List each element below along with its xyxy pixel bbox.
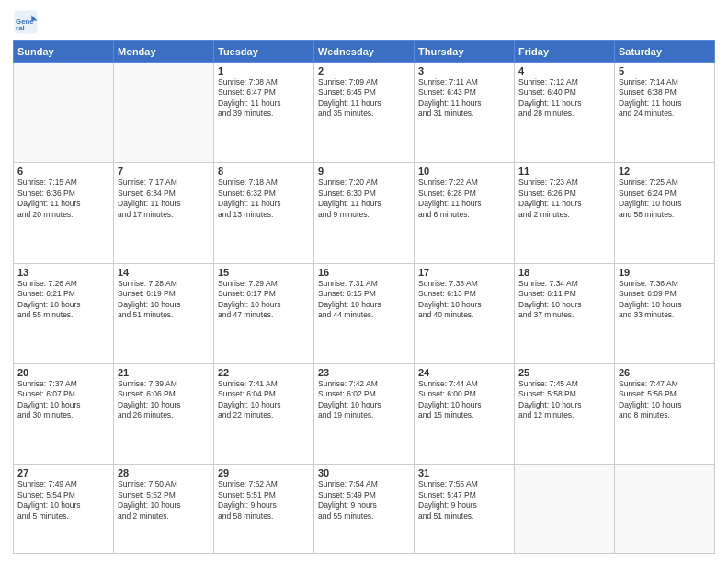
weekday-header: Wednesday (314, 41, 415, 63)
day-number: 22 (218, 367, 310, 378)
day-number: 30 (318, 467, 410, 478)
day-number: 9 (318, 166, 410, 177)
calendar-cell (14, 63, 114, 163)
calendar-cell: 11Sunrise: 7:23 AM Sunset: 6:26 PM Dayli… (515, 163, 615, 263)
day-info: Sunrise: 7:50 AM Sunset: 5:52 PM Dayligh… (118, 479, 210, 522)
weekday-header: Saturday (615, 41, 715, 63)
svg-text:ral: ral (16, 24, 25, 32)
day-info: Sunrise: 7:26 AM Sunset: 6:21 PM Dayligh… (17, 279, 109, 321)
calendar-cell: 6Sunrise: 7:15 AM Sunset: 6:36 PM Daylig… (14, 163, 114, 263)
day-info: Sunrise: 7:23 AM Sunset: 6:26 PM Dayligh… (518, 178, 610, 220)
calendar-cell: 16Sunrise: 7:31 AM Sunset: 6:15 PM Dayli… (314, 263, 415, 363)
calendar-cell: 12Sunrise: 7:25 AM Sunset: 6:24 PM Dayli… (615, 163, 715, 263)
day-info: Sunrise: 7:20 AM Sunset: 6:30 PM Dayligh… (318, 178, 410, 220)
day-number: 21 (118, 367, 210, 378)
calendar-cell: 14Sunrise: 7:28 AM Sunset: 6:19 PM Dayli… (114, 263, 214, 363)
day-info: Sunrise: 7:52 AM Sunset: 5:51 PM Dayligh… (218, 479, 310, 522)
calendar-cell (114, 63, 214, 163)
page: Gene ral SundayMondayTuesdayWednesdayThu… (0, 0, 728, 563)
calendar-cell: 10Sunrise: 7:22 AM Sunset: 6:28 PM Dayli… (415, 163, 515, 263)
day-number: 24 (418, 367, 510, 378)
day-info: Sunrise: 7:15 AM Sunset: 6:36 PM Dayligh… (17, 178, 109, 220)
day-info: Sunrise: 7:37 AM Sunset: 6:07 PM Dayligh… (17, 379, 109, 421)
calendar-cell: 28Sunrise: 7:50 AM Sunset: 5:52 PM Dayli… (114, 465, 214, 554)
calendar-cell: 25Sunrise: 7:45 AM Sunset: 5:58 PM Dayli… (515, 363, 615, 464)
calendar-cell: 15Sunrise: 7:29 AM Sunset: 6:17 PM Dayli… (214, 263, 314, 363)
day-info: Sunrise: 7:41 AM Sunset: 6:04 PM Dayligh… (218, 379, 310, 421)
day-number: 28 (118, 467, 210, 478)
calendar-cell: 3Sunrise: 7:11 AM Sunset: 6:43 PM Daylig… (415, 63, 515, 163)
weekday-header: Thursday (415, 41, 515, 63)
calendar-cell: 21Sunrise: 7:39 AM Sunset: 6:06 PM Dayli… (114, 363, 214, 464)
day-number: 3 (418, 65, 510, 76)
day-number: 15 (218, 267, 310, 278)
calendar-cell (615, 465, 715, 554)
day-number: 19 (619, 267, 711, 278)
day-number: 10 (418, 166, 510, 177)
day-info: Sunrise: 7:42 AM Sunset: 6:02 PM Dayligh… (318, 379, 410, 421)
day-number: 17 (418, 267, 510, 278)
day-info: Sunrise: 7:28 AM Sunset: 6:19 PM Dayligh… (118, 279, 210, 321)
calendar-cell: 2Sunrise: 7:09 AM Sunset: 6:45 PM Daylig… (314, 63, 415, 163)
day-info: Sunrise: 7:18 AM Sunset: 6:32 PM Dayligh… (218, 178, 310, 220)
day-number: 11 (518, 166, 610, 177)
day-info: Sunrise: 7:44 AM Sunset: 6:00 PM Dayligh… (418, 379, 510, 421)
calendar-cell: 19Sunrise: 7:36 AM Sunset: 6:09 PM Dayli… (615, 263, 715, 363)
calendar-cell: 5Sunrise: 7:14 AM Sunset: 6:38 PM Daylig… (615, 63, 715, 163)
day-info: Sunrise: 7:31 AM Sunset: 6:15 PM Dayligh… (318, 279, 410, 321)
day-number: 16 (318, 267, 410, 278)
calendar-cell: 13Sunrise: 7:26 AM Sunset: 6:21 PM Dayli… (14, 263, 114, 363)
calendar-cell: 20Sunrise: 7:37 AM Sunset: 6:07 PM Dayli… (14, 363, 114, 464)
day-info: Sunrise: 7:11 AM Sunset: 6:43 PM Dayligh… (418, 77, 510, 120)
weekday-header: Monday (114, 41, 214, 63)
day-number: 25 (518, 367, 610, 378)
weekday-header: Friday (515, 41, 615, 63)
day-info: Sunrise: 7:47 AM Sunset: 5:56 PM Dayligh… (619, 379, 711, 421)
day-info: Sunrise: 7:45 AM Sunset: 5:58 PM Dayligh… (518, 379, 610, 421)
day-info: Sunrise: 7:49 AM Sunset: 5:54 PM Dayligh… (17, 479, 109, 522)
day-number: 8 (218, 166, 310, 177)
day-number: 12 (619, 166, 711, 177)
calendar-cell: 4Sunrise: 7:12 AM Sunset: 6:40 PM Daylig… (515, 63, 615, 163)
day-info: Sunrise: 7:14 AM Sunset: 6:38 PM Dayligh… (619, 77, 711, 120)
calendar-cell: 1Sunrise: 7:08 AM Sunset: 6:47 PM Daylig… (214, 63, 314, 163)
logo: Gene ral (13, 9, 42, 35)
calendar-cell: 29Sunrise: 7:52 AM Sunset: 5:51 PM Dayli… (214, 465, 314, 554)
day-info: Sunrise: 7:34 AM Sunset: 6:11 PM Dayligh… (518, 279, 610, 321)
calendar-cell: 22Sunrise: 7:41 AM Sunset: 6:04 PM Dayli… (214, 363, 314, 464)
calendar-cell (515, 465, 615, 554)
calendar-cell: 18Sunrise: 7:34 AM Sunset: 6:11 PM Dayli… (515, 263, 615, 363)
calendar-cell: 8Sunrise: 7:18 AM Sunset: 6:32 PM Daylig… (214, 163, 314, 263)
calendar-cell: 23Sunrise: 7:42 AM Sunset: 6:02 PM Dayli… (314, 363, 415, 464)
calendar-cell: 24Sunrise: 7:44 AM Sunset: 6:00 PM Dayli… (415, 363, 515, 464)
day-number: 14 (118, 267, 210, 278)
day-number: 18 (518, 267, 610, 278)
day-number: 1 (218, 65, 310, 76)
calendar-table: SundayMondayTuesdayWednesdayThursdayFrid… (13, 40, 715, 554)
day-number: 4 (518, 65, 610, 76)
day-info: Sunrise: 7:09 AM Sunset: 6:45 PM Dayligh… (318, 77, 410, 120)
day-number: 6 (17, 166, 109, 177)
day-number: 13 (17, 267, 109, 278)
day-number: 20 (17, 367, 109, 378)
day-info: Sunrise: 7:08 AM Sunset: 6:47 PM Dayligh… (218, 77, 310, 120)
calendar-cell: 9Sunrise: 7:20 AM Sunset: 6:30 PM Daylig… (314, 163, 415, 263)
calendar-cell: 17Sunrise: 7:33 AM Sunset: 6:13 PM Dayli… (415, 263, 515, 363)
day-info: Sunrise: 7:54 AM Sunset: 5:49 PM Dayligh… (318, 479, 410, 522)
day-number: 27 (17, 467, 109, 478)
day-number: 2 (318, 65, 410, 76)
day-number: 31 (418, 467, 510, 478)
day-number: 5 (619, 65, 711, 76)
day-info: Sunrise: 7:17 AM Sunset: 6:34 PM Dayligh… (118, 178, 210, 220)
day-number: 26 (619, 367, 711, 378)
day-info: Sunrise: 7:22 AM Sunset: 6:28 PM Dayligh… (418, 178, 510, 220)
day-info: Sunrise: 7:55 AM Sunset: 5:47 PM Dayligh… (418, 479, 510, 522)
day-number: 7 (118, 166, 210, 177)
calendar-cell: 26Sunrise: 7:47 AM Sunset: 5:56 PM Dayli… (615, 363, 715, 464)
day-number: 23 (318, 367, 410, 378)
weekday-header: Tuesday (214, 41, 314, 63)
day-number: 29 (218, 467, 310, 478)
calendar-cell: 30Sunrise: 7:54 AM Sunset: 5:49 PM Dayli… (314, 465, 415, 554)
logo-icon: Gene ral (13, 9, 39, 35)
day-info: Sunrise: 7:25 AM Sunset: 6:24 PM Dayligh… (619, 178, 711, 220)
